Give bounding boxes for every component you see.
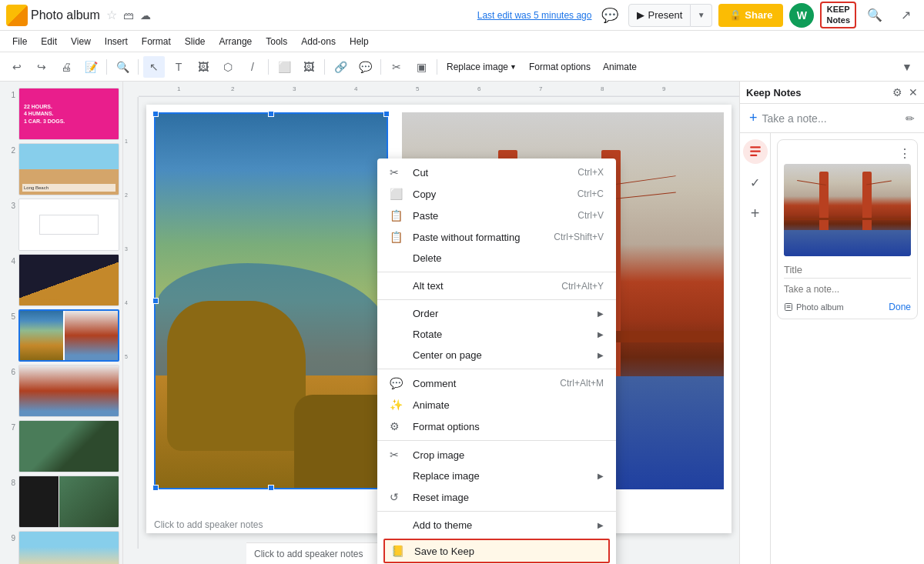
last-edit-link[interactable]: Last edit was 5 minutes ago (477, 10, 592, 21)
keep-sidebar-notes-icon[interactable] (743, 139, 768, 164)
handle-mid-left[interactable] (152, 298, 159, 304)
slide-img-2[interactable]: Long Beach (18, 143, 119, 195)
animate-button[interactable]: Animate (598, 62, 641, 72)
cm-copy[interactable]: ⬜ Copy Ctrl+C (377, 183, 616, 205)
cm-center[interactable]: Center on page ▶ (377, 345, 616, 365)
drive-icon[interactable]: 🗃 (123, 9, 134, 22)
cm-alt-text[interactable]: Alt text Ctrl+Alt+Y (377, 275, 616, 296)
text-box-tool[interactable]: ⬜ (273, 56, 295, 78)
slide-img-6[interactable] (18, 365, 119, 417)
cm-format-options[interactable]: ⚙ Format options (377, 415, 616, 437)
handle-bottom-left[interactable] (152, 485, 159, 491)
replace-image-button[interactable]: Replace image ▼ (442, 62, 521, 72)
slide-img-4[interactable]: Pacific Coast Highway (18, 254, 119, 306)
comment-button[interactable]: 💬 (598, 3, 622, 28)
slide-thumb-5[interactable]: 5 (3, 309, 119, 362)
menu-help[interactable]: Help (343, 35, 375, 48)
format-options-button[interactable]: Format options (524, 62, 595, 72)
keep-settings-icon[interactable]: ⚙ (892, 86, 902, 98)
slide-thumb-3[interactable]: 3 (3, 199, 119, 251)
keep-note-title-input[interactable] (784, 264, 911, 275)
menu-edit[interactable]: Edit (35, 35, 63, 48)
slide-thumb-8[interactable]: 8 (3, 476, 119, 528)
keep-new-note-area[interactable]: + Take a note... ✏ (740, 104, 924, 133)
keep-edit-icon[interactable]: ✏ (906, 112, 915, 125)
external-link-icon[interactable]: ↗ (893, 3, 918, 28)
cloud-icon[interactable]: ☁ (140, 9, 151, 22)
keep-note-body-input[interactable] (784, 284, 911, 295)
keep-sidebar-check-icon[interactable]: ✓ (743, 170, 768, 195)
shape-tool[interactable]: ⬡ (217, 56, 239, 78)
slide-thumb-7[interactable]: 7 (3, 420, 119, 472)
slide-thumb-9[interactable]: 9 (3, 531, 119, 564)
search-icon[interactable]: 🔍 (862, 3, 887, 28)
slide-thumb-1[interactable]: 1 22 HOURS.4 HUMANS.1 CAR. 3 DOGS. (3, 88, 119, 140)
cm-save-to-keep[interactable]: 📒 Save to Keep (383, 539, 610, 563)
cursor-tool[interactable]: ↖ (143, 56, 165, 78)
menu-slide[interactable]: Slide (179, 35, 212, 48)
slide-img-8[interactable] (18, 476, 119, 528)
app-logo: Photo album (6, 5, 100, 26)
slide-img-3[interactable] (18, 199, 119, 251)
menu-format[interactable]: Format (136, 35, 177, 48)
share-button[interactable]: 🔒 Share (718, 4, 783, 27)
cm-animate[interactable]: ✨ Animate (377, 394, 616, 415)
cm-cut[interactable]: ✂ Cut Ctrl+X (377, 162, 616, 183)
line-tool[interactable]: / (242, 56, 263, 78)
handle-bottom-mid[interactable] (268, 485, 274, 491)
cm-paste-plain[interactable]: 📋 Paste without formatting Ctrl+Shift+V (377, 226, 616, 248)
image-tool-2[interactable]: 🖼 (298, 56, 320, 78)
cm-crop[interactable]: ✂ Crop image (377, 444, 616, 466)
text-tool[interactable]: T (168, 56, 189, 78)
keep-notes-button[interactable]: KEEP Notes (820, 2, 856, 28)
handle-top-right[interactable] (383, 111, 390, 117)
cm-delete[interactable]: Delete (377, 248, 616, 269)
star-icon[interactable]: ☆ (106, 8, 117, 22)
keep-close-icon[interactable]: ✕ (909, 86, 918, 98)
menu-file[interactable]: File (6, 35, 33, 48)
menu-tools[interactable]: Tools (259, 35, 293, 48)
present-dropdown-arrow[interactable]: ▼ (691, 4, 712, 27)
slide-thumb-6[interactable]: 6 (3, 365, 119, 417)
coastal-image[interactable] (154, 112, 388, 489)
ruler-vertical: 1 2 3 4 5 (123, 97, 139, 549)
slide-img-5[interactable] (18, 309, 119, 362)
slide-img-1[interactable]: 22 HOURS.4 HUMANS.1 CAR. 3 DOGS. (18, 88, 119, 140)
keep-note-done-button[interactable]: Done (889, 302, 911, 312)
handle-top-mid[interactable] (268, 111, 274, 117)
keep-add-more-icon[interactable]: + (743, 201, 768, 225)
menu-view[interactable]: View (65, 35, 97, 48)
cm-replace-image[interactable]: Replace image ▶ (377, 466, 616, 486)
crop-tool[interactable]: ✂ (386, 56, 407, 78)
slide-thumb-4[interactable]: 4 Pacific Coast Highway (3, 254, 119, 306)
print-button[interactable]: 🖨 (55, 56, 77, 78)
cm-comment[interactable]: 💬 Comment Ctrl+Alt+M (377, 372, 616, 394)
cm-rotate[interactable]: Rotate ▶ (377, 324, 616, 345)
cm-reset-image[interactable]: ↺ Reset image (377, 486, 616, 508)
slide-img-9[interactable] (18, 531, 119, 564)
cm-add-to-theme[interactable]: Add to theme ▶ (377, 515, 616, 536)
comment-tool[interactable]: 💬 (354, 56, 376, 78)
handle-top-left[interactable] (152, 111, 159, 117)
link-tool[interactable]: 🔗 (330, 56, 351, 78)
slide-img-7[interactable] (18, 420, 119, 472)
cm-order[interactable]: Order ▶ (377, 303, 616, 324)
zoom-button[interactable]: 🔍 (112, 56, 133, 78)
redo-button[interactable]: ↪ (31, 56, 52, 78)
slide-thumb-2[interactable]: 2 Long Beach (3, 143, 119, 195)
cm-sep-3 (377, 369, 616, 369)
more-options-button[interactable]: ▼ (896, 56, 918, 78)
slide-num-1: 1 (3, 88, 15, 99)
undo-button[interactable]: ↩ (6, 56, 28, 78)
spell-check-button[interactable]: 📝 (80, 56, 102, 78)
present-button[interactable]: ▶ Present (628, 4, 691, 27)
keep-note-more-icon[interactable]: ⋮ (899, 146, 911, 161)
mask-tool[interactable]: ▣ (410, 56, 432, 78)
menu-addons[interactable]: Add-ons (295, 35, 342, 48)
cm-sep-1 (377, 272, 616, 272)
user-avatar[interactable]: W (789, 3, 814, 28)
image-tool[interactable]: 🖼 (192, 56, 214, 78)
menu-arrange[interactable]: Arrange (213, 35, 259, 48)
menu-insert[interactable]: Insert (99, 35, 134, 48)
cm-paste[interactable]: 📋 Paste Ctrl+V (377, 205, 616, 226)
